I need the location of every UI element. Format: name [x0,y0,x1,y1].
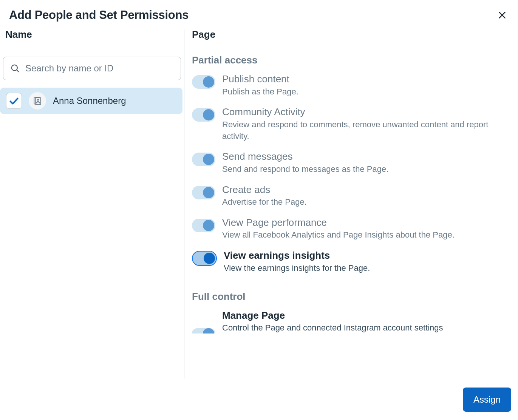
permission-title: View Page performance [222,216,511,229]
search-box[interactable] [3,57,181,80]
permission-desc: Publish as the Page. [222,86,511,98]
body-row: Anna Sonnenberg Partial access Publish c… [0,46,518,420]
permission-title: Community Activity [222,106,511,118]
close-button[interactable] [495,8,509,22]
permission-manage: Manage Page Control the Page and connect… [192,309,511,334]
footer: Assign [0,379,518,420]
toggle-performance[interactable] [192,219,215,232]
section-title-partial: Partial access [192,54,511,66]
permission-title: Send messages [222,150,511,163]
search-icon [10,63,20,73]
toggle-community[interactable] [192,108,215,122]
toggle-publish[interactable] [192,75,215,89]
permission-title: View earnings insights [224,249,511,262]
close-icon [497,10,507,20]
permission-community: Community Activity Review and respond to… [192,106,511,142]
section-title-full: Full control [192,291,511,303]
permission-title: Publish content [222,73,511,85]
permission-desc: View the earnings insights for the Page. [224,262,511,274]
permission-desc: View all Facebook Analytics and Page Ins… [222,229,511,241]
left-panel: Anna Sonnenberg [0,46,184,420]
person-name: Anna Sonnenberg [53,96,126,106]
check-icon [9,97,19,105]
toggle-earnings[interactable] [192,251,217,266]
permission-desc: Control the Page and connected Instagram… [222,322,511,334]
permission-title: Create ads [222,184,511,196]
partial-permissions-list: Publish content Publish as the Page. Com… [192,73,511,274]
permission-earnings: View earnings insights View the earnings… [192,249,511,274]
toggle-manage[interactable] [192,312,215,325]
right-panel: Partial access Publish content Publish a… [184,46,518,420]
permission-ads: Create ads Advertise for the Page. [192,184,511,208]
toggle-messages[interactable] [192,153,215,166]
columns-header: Name Page [0,29,518,46]
permission-title: Manage Page [222,309,511,322]
column-header-name: Name [0,29,184,46]
search-input[interactable] [25,63,175,74]
permission-desc: Advertise for the Page. [222,196,511,208]
people-list: Anna Sonnenberg [0,88,184,114]
person-avatar [29,92,46,110]
person-checkbox[interactable] [6,93,22,109]
column-header-page: Page [184,29,518,46]
svg-line-3 [17,70,19,72]
modal-header: Add People and Set Permissions [0,0,518,29]
svg-point-2 [12,65,17,71]
id-card-icon [32,96,42,106]
permission-publish: Publish content Publish as the Page. [192,73,511,97]
assign-button[interactable]: Assign [463,388,511,412]
permission-desc: Review and respond to comments, remove u… [222,119,511,142]
permission-messages: Send messages Send and respond to messag… [192,150,511,175]
modal-title: Add People and Set Permissions [9,8,189,22]
permission-desc: Send and respond to messages as the Page… [222,164,511,175]
permission-performance: View Page performance View all Facebook … [192,216,511,241]
toggle-ads[interactable] [192,186,215,199]
person-row[interactable]: Anna Sonnenberg [0,88,182,114]
